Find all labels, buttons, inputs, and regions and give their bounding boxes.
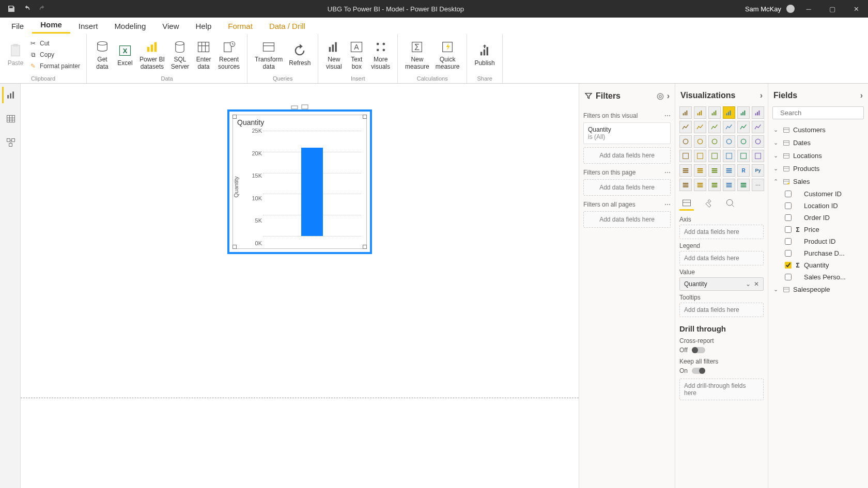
tab-format[interactable]: Format (220, 19, 261, 34)
analytics-tab[interactable] (723, 196, 737, 211)
text-box-button[interactable]: AText box (345, 38, 368, 72)
viz-type-line-column[interactable] (723, 121, 735, 133)
new-measure-button[interactable]: ΣNew measure (402, 38, 432, 72)
viz-type-shape-map[interactable] (708, 150, 721, 162)
cut-button[interactable]: ✂Cut (27, 38, 82, 49)
remove-field-icon[interactable]: ✕ (754, 280, 759, 288)
viz-type-key-influencers[interactable] (679, 179, 692, 191)
tab-home[interactable]: Home (32, 17, 70, 34)
collapse-viz-icon[interactable]: › (760, 91, 763, 100)
more-icon[interactable]: ⋯ (664, 112, 671, 119)
viz-type-scatter[interactable] (708, 135, 721, 148)
chart-bar[interactable] (301, 148, 323, 236)
enter-data-button[interactable]: Enter data (192, 38, 215, 72)
recent-sources-button[interactable]: Recent sources (215, 38, 243, 72)
publish-button[interactable]: Publish (471, 41, 498, 68)
resize-handle[interactable] (233, 245, 237, 249)
visual-header-icon[interactable] (301, 104, 308, 109)
resize-handle[interactable] (233, 115, 237, 119)
viz-type-decomposition[interactable] (694, 179, 706, 191)
chevron-down-icon[interactable]: ⌄ (746, 280, 751, 288)
viz-type-treemap[interactable] (752, 135, 764, 148)
more-visuals-button[interactable]: More visuals (368, 38, 393, 72)
viz-type-clustered-column[interactable] (737, 106, 750, 119)
report-canvas[interactable]: Quantity Quantity 0K5K10K15K20K25K (21, 84, 579, 488)
table-products[interactable]: ⌄Products (772, 162, 864, 175)
new-visual-button[interactable]: New visual (322, 38, 345, 72)
tooltips-well[interactable]: Add data fields here (679, 303, 764, 317)
tab-help[interactable]: Help (188, 19, 220, 34)
copy-button[interactable]: ⧉Copy (27, 50, 82, 60)
viz-type-qna[interactable] (708, 179, 721, 191)
collapse-fields-icon[interactable]: › (860, 91, 863, 100)
viz-type-slicer[interactable] (694, 164, 706, 177)
sql-server-button[interactable]: SQL Server (168, 38, 192, 72)
quick-measure-button[interactable]: Quick measure (432, 38, 463, 72)
filter-drop-visual[interactable]: Add data fields here (583, 147, 671, 164)
tab-file[interactable]: File (3, 19, 32, 34)
resize-handle[interactable] (363, 115, 367, 119)
excel-button[interactable]: XExcel (114, 41, 136, 68)
minimize-button[interactable]: ─ (797, 0, 820, 18)
model-view-button[interactable] (2, 134, 19, 151)
viz-type-r-visual[interactable]: R (737, 164, 750, 177)
viz-type-card[interactable] (737, 150, 750, 162)
paste-button[interactable]: Paste (4, 41, 27, 68)
field-purchase-date[interactable]: Purchase D... (784, 247, 864, 259)
filter-card-quantity[interactable]: Quantity is (All) (583, 122, 671, 144)
viz-type-gauge[interactable] (723, 150, 735, 162)
viz-type-table[interactable] (708, 164, 721, 177)
viz-type-pie[interactable] (723, 135, 735, 148)
field-sales-person[interactable]: Sales Perso... (784, 271, 864, 283)
maximize-button[interactable]: ▢ (820, 0, 844, 18)
search-input[interactable] (780, 109, 867, 117)
viz-type-filled-map[interactable] (694, 150, 706, 162)
viz-type-map[interactable] (679, 150, 692, 162)
more-icon[interactable]: ⋯ (664, 201, 671, 208)
format-tab[interactable] (701, 196, 716, 211)
undo-icon[interactable] (23, 5, 31, 13)
viz-type-power-apps[interactable] (737, 179, 750, 191)
table-customers[interactable]: ⌄Customers (772, 123, 864, 136)
tab-data-drill[interactable]: Data / Drill (261, 19, 314, 34)
filter-drop-page[interactable]: Add data fields here (583, 179, 671, 196)
save-icon[interactable] (7, 5, 16, 13)
viz-type-line[interactable] (679, 121, 692, 133)
viz-type-kpi[interactable] (679, 164, 692, 177)
field-order-id[interactable]: Order ID (784, 212, 864, 224)
viz-type-line-column-clustered[interactable] (737, 121, 750, 133)
data-view-button[interactable] (2, 111, 19, 127)
fields-tab[interactable] (679, 196, 694, 211)
table-sales[interactable]: ⌃Sales (772, 175, 864, 188)
transform-data-button[interactable]: Transform data (252, 38, 286, 72)
viz-type-waterfall[interactable] (679, 135, 692, 148)
user-name[interactable]: Sam McKay (745, 5, 781, 13)
get-data-button[interactable]: Get data (91, 38, 114, 72)
viz-type-stacked-bar[interactable] (679, 106, 692, 119)
tab-modeling[interactable]: Modeling (106, 19, 154, 34)
viz-type-stacked-column-100[interactable] (752, 106, 764, 119)
close-button[interactable]: ✕ (844, 0, 868, 18)
axis-well[interactable]: Add data fields here (679, 225, 764, 239)
fields-search[interactable] (772, 106, 864, 119)
viz-type-donut[interactable] (737, 135, 750, 148)
legend-well[interactable]: Add data fields here (679, 251, 764, 265)
field-location-id[interactable]: Location ID (784, 200, 864, 212)
viz-type-stacked-area[interactable] (708, 121, 721, 133)
viz-type-clustered-bar[interactable] (694, 106, 706, 119)
keep-all-filters-toggle[interactable] (692, 368, 705, 374)
viz-type-stacked-bar-100[interactable] (708, 106, 721, 119)
field-quantity[interactable]: ΣQuantity (784, 259, 864, 271)
field-customer-id[interactable]: Customer ID (784, 188, 864, 200)
tab-insert[interactable]: Insert (70, 19, 106, 34)
user-avatar-icon[interactable] (786, 5, 795, 13)
cross-report-toggle[interactable] (692, 347, 705, 353)
more-icon[interactable]: ⋯ (664, 169, 671, 176)
visual-header-icon[interactable] (291, 104, 298, 109)
tab-view[interactable]: View (154, 19, 187, 34)
field-price[interactable]: ΣPrice (784, 224, 864, 235)
table-locations[interactable]: ⌄Locations (772, 149, 864, 162)
filter-drop-all[interactable]: Add data fields here (583, 211, 671, 228)
viz-type-more[interactable]: ⋯ (752, 179, 764, 191)
viz-type-multi-row-card[interactable] (752, 150, 764, 162)
